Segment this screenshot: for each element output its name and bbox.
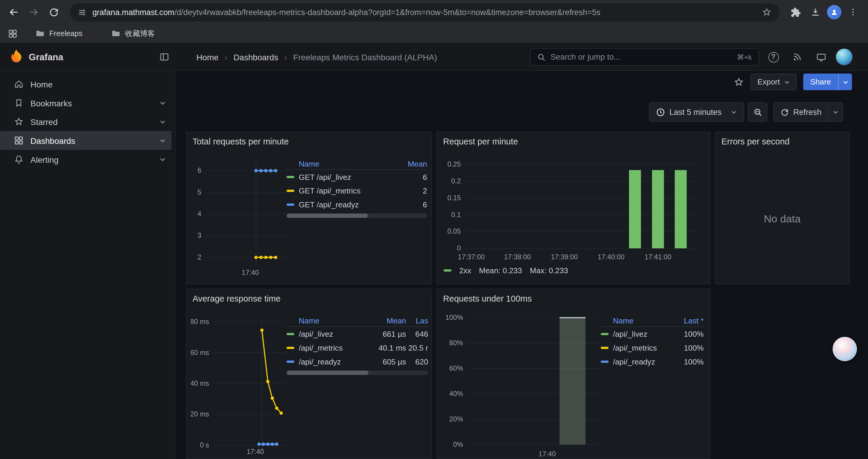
chevron-down-icon[interactable] — [159, 156, 166, 162]
series-mean: Mean: 0.233 — [479, 266, 522, 275]
legend-row[interactable]: GET /api/_livez 6 — [286, 170, 427, 184]
breadcrumb-home[interactable]: Home — [196, 52, 219, 62]
site-settings-icon[interactable] — [78, 7, 87, 17]
panel-title[interactable]: Errors per second — [721, 137, 790, 147]
extensions-icon[interactable] — [787, 4, 804, 21]
panel-title[interactable]: Request per minute — [443, 137, 518, 147]
export-button[interactable]: Export — [751, 73, 796, 90]
export-label: Export — [757, 77, 780, 86]
svg-text:40 ms: 40 ms — [191, 380, 209, 387]
help-icon[interactable]: ? — [766, 43, 781, 71]
legend-row[interactable]: /api/_livez 661 µs 646 — [286, 327, 428, 341]
timeseries-chart[interactable]: 6543217:40 — [191, 157, 290, 278]
sidebar-item-dashboards[interactable]: Dashboards — [0, 131, 172, 150]
bookmark-star-icon[interactable] — [762, 7, 772, 17]
browser-menu-icon[interactable] — [845, 4, 861, 21]
legend-scrollbar[interactable] — [286, 214, 427, 218]
dashboard-actions: Export Share — [176, 71, 868, 93]
legend-row[interactable]: /api/_metrics 100% — [601, 340, 704, 355]
series-swatch — [444, 269, 452, 271]
sidebar-item-home[interactable]: Home — [0, 75, 172, 94]
search-input[interactable] — [550, 53, 732, 61]
column-header-name[interactable]: Name — [601, 316, 671, 325]
back-button[interactable] — [6, 4, 22, 21]
column-header-mean[interactable]: Mean — [394, 159, 427, 168]
favorite-star-icon[interactable] — [734, 76, 744, 87]
sidebar-item-label: Alerting — [30, 155, 59, 164]
legend-scrollbar[interactable] — [286, 371, 428, 375]
chevron-down-icon[interactable] — [159, 100, 166, 106]
panel-title[interactable]: Requests under 100ms — [443, 294, 532, 304]
monitor-icon[interactable] — [813, 43, 829, 71]
refresh-button[interactable]: Refresh — [774, 103, 828, 121]
grafana-logo[interactable] — [9, 49, 24, 65]
time-range-picker[interactable]: Last 5 minutes — [649, 102, 744, 122]
breadcrumb-dashboards[interactable]: Dashboards — [234, 52, 278, 62]
user-avatar[interactable] — [836, 49, 852, 65]
share-button[interactable]: Share — [803, 73, 852, 90]
series-mean: 2 — [394, 186, 427, 195]
legend-row[interactable]: /api/_metrics 40.1 ms 20.5 r — [286, 340, 428, 355]
series-name: /api/_metrics — [613, 343, 671, 352]
sidebar-item-label: Starred — [30, 117, 58, 126]
svg-text:17:41:00: 17:41:00 — [645, 253, 672, 261]
downloads-icon[interactable] — [807, 4, 824, 21]
svg-text:0 s: 0 s — [200, 441, 209, 449]
refresh-icon — [780, 108, 789, 116]
share-label[interactable]: Share — [803, 73, 838, 90]
sidebar-item-bookmarks[interactable]: Bookmarks — [0, 93, 172, 112]
sidebar-item-label: Bookmarks — [30, 98, 72, 107]
svg-text:17:40: 17:40 — [538, 450, 556, 458]
panel-average-response-time[interactable]: Average response time 80 ms60 ms40 ms20 … — [186, 289, 432, 459]
bookmark-folder-freeleaps[interactable]: Freeleaps — [31, 27, 87, 40]
bar-chart[interactable]: 100%80%60%40%20%0%17:40 — [441, 314, 608, 459]
series-mean: 6 — [394, 172, 427, 181]
svg-text:100%: 100% — [445, 314, 463, 321]
refresh-interval-chevron[interactable] — [828, 103, 843, 121]
app-title: Grafana — [29, 43, 63, 71]
legend-row[interactable]: GET /api/_readyz 6 — [286, 197, 427, 211]
panel-title[interactable]: Average response time — [193, 294, 281, 304]
legend-table: Name Last * /api/_livez 100% /api/_metri… — [601, 315, 704, 368]
chevron-down-icon[interactable] — [159, 137, 166, 143]
bell-icon — [14, 154, 24, 164]
column-header-last[interactable]: Last * — [670, 316, 704, 325]
sidebar-item-starred[interactable]: Starred — [0, 112, 172, 131]
rss-icon[interactable] — [789, 43, 805, 71]
panel-request-per-minute[interactable]: Request per minute 0.250.20.150.10.05017… — [436, 132, 710, 285]
legend-row[interactable]: /api/_livez 100% — [601, 327, 704, 341]
series-mean: 605 µs — [371, 357, 406, 366]
search-box[interactable]: ⌘+k — [530, 48, 759, 66]
panel-requests-under-100ms[interactable]: Requests under 100ms 100%80%60%40%20%0%1… — [436, 289, 710, 459]
sidebar-item-alerting[interactable]: Alerting — [0, 150, 172, 169]
url-bar[interactable]: grafana.mathmast.com/d/deytv4rwavabkb/fr… — [70, 3, 779, 21]
sidebar-toggle-icon[interactable] — [159, 52, 169, 62]
zoom-out-button[interactable] — [748, 102, 768, 122]
column-header-name[interactable]: Name — [286, 159, 394, 168]
assistant-avatar[interactable] — [833, 337, 857, 361]
reload-button[interactable] — [45, 4, 62, 21]
legend-table: Name Mean Las /api/_livez 661 µs 646 /ap… — [286, 315, 428, 375]
column-header-last[interactable]: Las — [406, 316, 428, 325]
apps-grid-icon[interactable] — [8, 28, 18, 38]
bookmark-label: Freeleaps — [49, 29, 83, 37]
browser-profile-avatar[interactable] — [827, 5, 841, 20]
dashboard-canvas: Last 5 minutes Refresh Total requests pe… — [176, 93, 868, 459]
folder-icon — [35, 29, 45, 38]
column-header-mean[interactable]: Mean — [371, 316, 406, 325]
column-header-name[interactable]: Name — [286, 316, 371, 325]
forward-button[interactable] — [25, 4, 42, 21]
panel-total-requests[interactable]: Total requests per minute 6543217:40 Nam… — [186, 132, 432, 285]
bookmark-folder-blogs[interactable]: 收藏博客 — [107, 27, 159, 40]
share-menu-chevron[interactable] — [838, 73, 852, 90]
legend-row[interactable]: /api/_readyz 605 µs 620 — [286, 355, 428, 368]
legend-row[interactable]: /api/_readyz 100% — [601, 355, 704, 368]
bar-chart[interactable]: 0.250.20.150.10.05017:37:0017:38:0017:39… — [441, 155, 703, 263]
chevron-down-icon[interactable] — [159, 119, 166, 125]
panel-title[interactable]: Total requests per minute — [193, 137, 289, 147]
sidebar-item-label: Dashboards — [30, 136, 75, 145]
legend-row[interactable]: GET /api/_metrics 2 — [286, 184, 427, 198]
panel-errors-per-second[interactable]: Errors per second No data — [715, 132, 850, 285]
chart-legend[interactable]: 2xx Mean: 0.233 Max: 0.233 — [444, 266, 568, 275]
timeseries-chart[interactable]: 80 ms60 ms40 ms20 ms0 s17:40 — [191, 314, 290, 459]
